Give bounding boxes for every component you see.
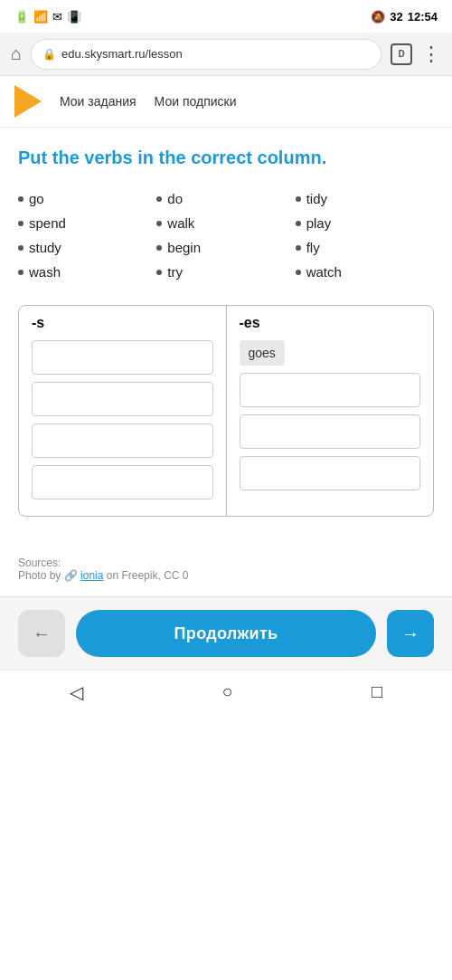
forward-button[interactable]: →	[387, 610, 434, 657]
status-right: 🔕 32 12:54	[371, 10, 438, 24]
verb-walk: walk	[167, 215, 194, 231]
list-item: fly	[296, 240, 434, 255]
s-input-2[interactable]	[32, 382, 213, 416]
continue-button[interactable]: Продолжить	[76, 610, 376, 657]
url-text: edu.skysmart.ru/lesson	[61, 47, 370, 61]
col-s-header: -s	[32, 315, 213, 331]
photo-by-text: Photo by	[18, 569, 61, 582]
list-item: begin	[156, 240, 295, 255]
android-back-button[interactable]: ◁	[70, 681, 83, 703]
exercise-table: -s -es goes	[18, 305, 434, 517]
bullet-icon	[18, 245, 24, 251]
bullet-icon	[156, 270, 162, 275]
list-item: spend	[18, 215, 156, 231]
bullet-icon	[156, 221, 162, 226]
nav-links: Мои задания Мои подписки	[60, 94, 237, 109]
status-bar: 🔋 📶 ✉ 📳 🔕 32 12:54	[0, 0, 452, 33]
verb-spend: spend	[29, 215, 66, 231]
sources-label: Sources:	[18, 557, 434, 569]
android-home-button[interactable]: ○	[221, 681, 232, 702]
es-input-2[interactable]	[240, 414, 421, 449]
list-item: walk	[156, 215, 295, 231]
verb-go: go	[29, 191, 44, 206]
bullet-icon	[18, 196, 24, 202]
col-es-header-cell: -es goes	[227, 306, 434, 516]
more-menu-icon[interactable]: ⋮	[421, 43, 441, 66]
sources-attribution: Photo by 🔗 ionia on Freepik, CC 0	[18, 569, 434, 582]
es-input-3[interactable]	[240, 456, 421, 490]
author-link[interactable]: ionia	[80, 569, 103, 582]
exercise-header-row: -s -es goes	[19, 306, 433, 516]
forward-arrow-icon: →	[401, 623, 419, 644]
list-item: tidy	[296, 191, 434, 206]
page-title: Put the verbs in the correct column.	[18, 146, 434, 169]
back-button[interactable]: ←	[18, 610, 65, 657]
list-item: go	[18, 191, 156, 206]
bullet-icon	[296, 221, 301, 226]
time-display: 12:54	[408, 10, 438, 24]
prefilled-answer: goes	[240, 340, 285, 366]
list-item: do	[156, 191, 295, 206]
bullet-icon	[296, 245, 301, 251]
android-recent-button[interactable]: □	[372, 681, 382, 702]
col-s-header-cell: -s	[19, 306, 227, 516]
mail-icon: ✉	[52, 10, 62, 24]
android-nav: ◁ ○ □	[0, 670, 452, 713]
es-input-1[interactable]	[240, 373, 421, 407]
nav-bar: Мои задания Мои подписки	[0, 76, 452, 128]
link-icon: 🔗	[64, 569, 80, 582]
wifi-icon: 📶	[33, 10, 48, 24]
sources-section: Sources: Photo by 🔗 ionia on Freepik, CC…	[0, 557, 452, 596]
mute-icon: 🔕	[371, 10, 385, 24]
url-bar[interactable]: 🔒 edu.skysmart.ru/lesson	[31, 39, 381, 70]
verb-tidy: tidy	[306, 191, 327, 206]
list-item: study	[18, 240, 156, 255]
verb-play: play	[306, 215, 332, 231]
home-icon[interactable]: ⌂	[11, 43, 22, 64]
verb-column-1: go spend study wash	[18, 191, 156, 280]
verb-watch: watch	[306, 264, 342, 280]
bullet-icon	[296, 196, 301, 202]
verb-do: do	[167, 191, 183, 206]
bullet-icon	[156, 196, 162, 202]
lock-icon: 🔒	[42, 48, 56, 61]
main-content: Put the verbs in the correct column. go …	[0, 128, 452, 557]
bullet-icon	[156, 245, 162, 251]
tab-switcher[interactable]: D	[391, 43, 412, 65]
verb-fly: fly	[306, 240, 320, 255]
verb-column-2: do walk begin try	[156, 191, 295, 280]
verb-column-3: tidy play fly watch	[296, 191, 434, 280]
verb-wash: wash	[29, 264, 61, 280]
back-arrow-icon: ←	[33, 623, 51, 644]
signal-icon: 📳	[67, 10, 81, 24]
s-input-1[interactable]	[32, 340, 213, 375]
browser-bar: ⌂ 🔒 edu.skysmart.ru/lesson D ⋮	[0, 33, 452, 76]
verb-study: study	[29, 240, 61, 255]
my-subscriptions-link[interactable]: Мои подписки	[155, 94, 237, 109]
status-icons-left: 🔋 📶 ✉ 📳	[14, 10, 81, 24]
bottom-nav: ← Продолжить →	[0, 596, 452, 670]
bullet-icon	[296, 270, 301, 275]
bullet-icon	[18, 270, 24, 275]
my-tasks-link[interactable]: Мои задания	[60, 94, 137, 109]
logo-icon[interactable]	[14, 85, 42, 118]
list-item: try	[156, 264, 295, 280]
source-rest: on Freepik, CC 0	[107, 569, 189, 582]
list-item: play	[296, 215, 434, 231]
verb-try: try	[167, 264, 183, 280]
list-item: watch	[296, 264, 434, 280]
verb-list: go spend study wash do walk	[18, 191, 434, 280]
verb-begin: begin	[167, 240, 201, 255]
battery-icon: 🔋	[14, 10, 29, 24]
col-es-header: -es	[240, 315, 421, 331]
bullet-icon	[18, 221, 24, 226]
battery-percent: 32	[390, 10, 402, 24]
s-input-4[interactable]	[32, 465, 213, 500]
list-item: wash	[18, 264, 156, 280]
s-input-3[interactable]	[32, 423, 213, 458]
